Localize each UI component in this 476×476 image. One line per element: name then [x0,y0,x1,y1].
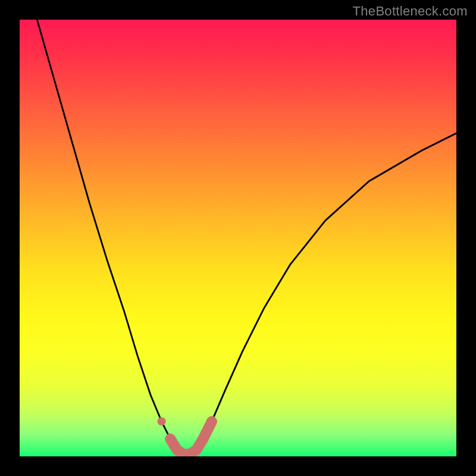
chart-frame: TheBottleneck.com [0,0,476,476]
plot-area [20,20,456,456]
highlight-u [170,421,212,454]
curve-line [37,20,456,454]
highlight-dot [158,417,166,425]
chart-svg [20,20,456,456]
watermark-text: TheBottleneck.com [353,4,468,19]
